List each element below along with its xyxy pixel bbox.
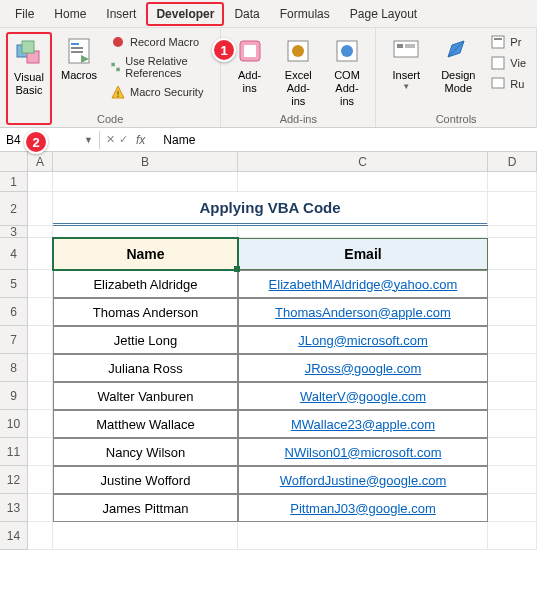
row-header-9[interactable]: 9 (0, 382, 28, 410)
row-header-13[interactable]: 13 (0, 494, 28, 522)
menu-home[interactable]: Home (44, 2, 96, 26)
cell-A6[interactable] (28, 298, 53, 326)
cell-D4[interactable] (488, 238, 537, 270)
cell-D10[interactable] (488, 410, 537, 438)
formula-content[interactable]: Name (153, 133, 195, 147)
name-box-dropdown-icon[interactable]: ▼ (84, 135, 93, 145)
cell-C13[interactable]: PittmanJ03@google.com (238, 494, 488, 522)
cell-A3[interactable] (28, 226, 53, 238)
record-macro-button[interactable]: Record Macro (106, 32, 214, 52)
cell-A1[interactable] (28, 172, 53, 192)
insert-control-button[interactable]: Insert ▼ (382, 32, 430, 125)
cell-C6[interactable]: ThomasAnderson@apple.com (238, 298, 488, 326)
title-cell[interactable]: Applying VBA Code (53, 192, 488, 226)
row-header-11[interactable]: 11 (0, 438, 28, 466)
menu-developer[interactable]: Developer (146, 2, 224, 26)
cell-C11[interactable]: NWilson01@microsoft.com (238, 438, 488, 466)
accept-formula-icon[interactable]: ✓ (119, 133, 128, 146)
cell-B1[interactable] (53, 172, 238, 192)
cell-D7[interactable] (488, 326, 537, 354)
cell-C10[interactable]: MWallace23@apple.com (238, 410, 488, 438)
cell-A13[interactable] (28, 494, 53, 522)
row-header-6[interactable]: 6 (0, 298, 28, 326)
row-header-1[interactable]: 1 (0, 172, 28, 192)
cell-C3[interactable] (238, 226, 488, 238)
cell-A9[interactable] (28, 382, 53, 410)
menu-file[interactable]: File (5, 2, 44, 26)
menu-formulas[interactable]: Formulas (270, 2, 340, 26)
cell-B4-name-header[interactable]: Name (53, 238, 238, 270)
view-code-button[interactable]: Vie (486, 53, 530, 73)
col-header-B[interactable]: B (53, 152, 238, 171)
row-header-12[interactable]: 12 (0, 466, 28, 494)
design-mode-button[interactable]: Design Mode (434, 32, 482, 125)
cell-B12[interactable]: Justine Wofford (53, 466, 238, 494)
cell-C1[interactable] (238, 172, 488, 192)
col-header-D[interactable]: D (488, 152, 537, 171)
cell-C5[interactable]: ElizabethMAldridge@yahoo.com (238, 270, 488, 298)
cell-D1[interactable] (488, 172, 537, 192)
menu-page-layout[interactable]: Page Layout (340, 2, 427, 26)
cell-B7[interactable]: Jettie Long (53, 326, 238, 354)
cell-A12[interactable] (28, 466, 53, 494)
menu-insert[interactable]: Insert (96, 2, 146, 26)
cell-B11[interactable]: Nancy Wilson (53, 438, 238, 466)
cell-D14[interactable] (488, 522, 537, 550)
row-header-7[interactable]: 7 (0, 326, 28, 354)
col-header-C[interactable]: C (238, 152, 488, 171)
cell-D6[interactable] (488, 298, 537, 326)
cell-A2[interactable] (28, 192, 53, 226)
cell-C12[interactable]: WoffordJustine@google.com (238, 466, 488, 494)
cell-A8[interactable] (28, 354, 53, 382)
cell-B8[interactable]: Juliana Ross (53, 354, 238, 382)
name-box[interactable]: B4 ▼ (0, 131, 100, 149)
fx-icon[interactable]: fx (136, 133, 145, 147)
row-header-8[interactable]: 8 (0, 354, 28, 382)
cell-C7[interactable]: JLong@microsoft.com (238, 326, 488, 354)
excel-addins-button[interactable]: Excel Add-ins (276, 32, 321, 125)
cell-A5[interactable] (28, 270, 53, 298)
cell-D9[interactable] (488, 382, 537, 410)
macros-button[interactable]: Macros (56, 32, 102, 125)
properties-button[interactable]: Pr (486, 32, 530, 52)
cell-C4-email-header[interactable]: Email (238, 238, 488, 270)
cell-B5[interactable]: Elizabeth Aldridge (53, 270, 238, 298)
com-addins-button[interactable]: COM Add-ins (325, 32, 370, 125)
cell-D11[interactable] (488, 438, 537, 466)
use-relative-button[interactable]: Use Relative References (106, 53, 214, 81)
row-header-3[interactable]: 3 (0, 226, 28, 238)
row-header-2[interactable]: 2 (0, 192, 28, 226)
cell-B6[interactable]: Thomas Anderson (53, 298, 238, 326)
visual-basic-button[interactable]: Visual Basic (6, 32, 52, 125)
cell-D13[interactable] (488, 494, 537, 522)
col-header-A[interactable]: A (28, 152, 53, 171)
cancel-formula-icon[interactable]: ✕ (106, 133, 115, 146)
row-header-5[interactable]: 5 (0, 270, 28, 298)
cell-A10[interactable] (28, 410, 53, 438)
row-header-14[interactable]: 14 (0, 522, 28, 550)
cell-D12[interactable] (488, 466, 537, 494)
row-header-10[interactable]: 10 (0, 410, 28, 438)
cell-C8[interactable]: JRoss@google.com (238, 354, 488, 382)
cell-D5[interactable] (488, 270, 537, 298)
cell-B13[interactable]: James Pittman (53, 494, 238, 522)
select-all-corner[interactable] (0, 152, 28, 171)
cell-D8[interactable] (488, 354, 537, 382)
row-header-4[interactable]: 4 (0, 238, 28, 270)
cell-D3[interactable] (488, 226, 537, 238)
macro-security-button[interactable]: ! Macro Security (106, 82, 214, 102)
run-dialog-button[interactable]: Ru (486, 74, 530, 94)
cell-B14[interactable] (53, 522, 238, 550)
cell-B10[interactable]: Matthew Wallace (53, 410, 238, 438)
cell-B9[interactable]: Walter Vanburen (53, 382, 238, 410)
svg-rect-24 (492, 36, 504, 48)
menu-data[interactable]: Data (224, 2, 269, 26)
cell-C14[interactable] (238, 522, 488, 550)
cell-A14[interactable] (28, 522, 53, 550)
cell-B3[interactable] (53, 226, 238, 238)
cell-D2[interactable] (488, 192, 537, 226)
cell-A11[interactable] (28, 438, 53, 466)
cell-A4[interactable] (28, 238, 53, 270)
cell-A7[interactable] (28, 326, 53, 354)
cell-C9[interactable]: WalterV@google.com (238, 382, 488, 410)
